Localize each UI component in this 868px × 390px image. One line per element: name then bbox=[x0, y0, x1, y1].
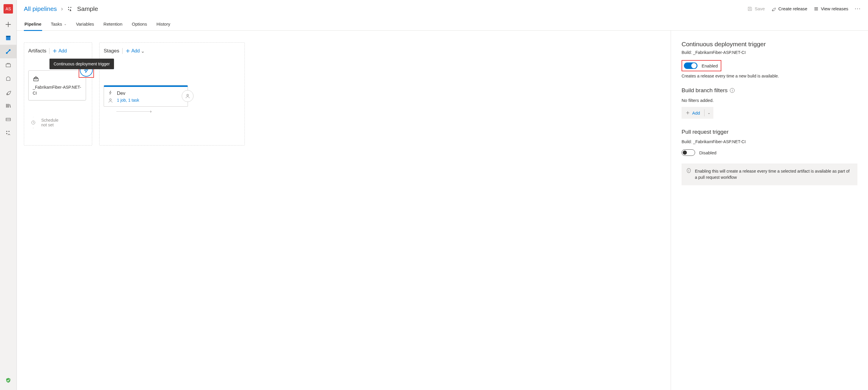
svg-point-10 bbox=[68, 9, 69, 10]
nav-security-shield-icon[interactable] bbox=[0, 373, 17, 387]
cd-trigger-heading: Continuous deployment trigger bbox=[682, 41, 858, 48]
cd-enabled-label: Enabled bbox=[702, 63, 718, 68]
list-icon bbox=[814, 6, 818, 11]
clock-icon bbox=[31, 120, 36, 125]
tab-pipeline[interactable]: Pipeline bbox=[24, 18, 42, 31]
nav-boards[interactable] bbox=[0, 31, 17, 45]
nav-repos[interactable] bbox=[0, 58, 17, 72]
breadcrumb-separator: › bbox=[61, 5, 63, 12]
svg-point-8 bbox=[68, 7, 69, 8]
svg-rect-2 bbox=[6, 53, 8, 54]
schedule-chip[interactable]: Schedule not set bbox=[28, 117, 88, 128]
info-icon[interactable]: i bbox=[730, 88, 735, 93]
page-header: All pipelines › Sample Save Create relea… bbox=[17, 0, 868, 18]
connector-line bbox=[116, 111, 152, 112]
view-releases-label: View releases bbox=[821, 6, 848, 11]
cd-enabled-toggle[interactable] bbox=[684, 62, 698, 69]
stage-card[interactable]: Dev 1 job, 1 task bbox=[104, 85, 188, 107]
lightning-small-icon bbox=[108, 90, 113, 95]
nav-rocket-icon[interactable] bbox=[0, 85, 17, 99]
artifact-card[interactable]: _FabrikamFiber-ASP.NET-CI bbox=[28, 70, 86, 100]
add-filter-main[interactable]: Add bbox=[682, 111, 704, 116]
svg-rect-11 bbox=[34, 78, 38, 81]
stage-name: Dev bbox=[117, 91, 139, 96]
artifact-name: _FabrikamFiber-ASP.NET-CI bbox=[33, 85, 82, 96]
plus-icon bbox=[686, 111, 690, 115]
tab-tasks[interactable]: Tasks⌄ bbox=[50, 18, 67, 31]
pipeline-canvas: Artifacts Add Continuous deployment trig… bbox=[17, 31, 671, 390]
schedule-hex-icon bbox=[28, 117, 38, 128]
more-actions-button[interactable]: ··· bbox=[855, 6, 861, 12]
svg-point-9 bbox=[70, 7, 71, 8]
left-nav-rail: AS bbox=[0, 0, 17, 390]
svg-point-14 bbox=[187, 94, 188, 96]
cd-trigger-tooltip: Continuous deployment trigger bbox=[50, 59, 114, 69]
add-artifact-label: Add bbox=[58, 48, 67, 54]
rocket-icon bbox=[771, 6, 776, 11]
breadcrumb: All pipelines › Sample bbox=[24, 5, 98, 12]
artifacts-title: Artifacts bbox=[28, 48, 46, 54]
create-release-button[interactable]: Create release bbox=[771, 6, 807, 11]
tab-variables[interactable]: Variables bbox=[75, 18, 95, 31]
chevron-down-icon: ⌄ bbox=[64, 22, 67, 26]
save-button[interactable]: Save bbox=[747, 6, 765, 11]
stages-section: Stages Add ⌄ bbox=[99, 42, 245, 146]
svg-point-13 bbox=[110, 99, 111, 100]
no-filters-text: No filters added. bbox=[682, 98, 858, 103]
release-definition-icon bbox=[67, 6, 73, 12]
artifacts-section: Artifacts Add Continuous deployment trig… bbox=[24, 42, 92, 146]
svg-point-7 bbox=[6, 133, 7, 134]
person-icon bbox=[185, 94, 190, 98]
tab-history[interactable]: History bbox=[156, 18, 171, 31]
predeploy-conditions[interactable] bbox=[108, 90, 113, 103]
add-artifact-button[interactable]: Add bbox=[53, 48, 67, 54]
add-filter-label: Add bbox=[692, 111, 700, 116]
schedule-text: Schedule not set bbox=[41, 118, 62, 127]
svg-rect-3 bbox=[6, 64, 10, 67]
avatar[interactable]: AS bbox=[3, 4, 13, 13]
enabled-highlight: Enabled bbox=[682, 60, 721, 71]
pr-build-label: Build: _FabrikamFiber-ASP.NET-CI bbox=[682, 139, 858, 144]
nav-add[interactable] bbox=[0, 18, 17, 31]
save-icon bbox=[747, 6, 752, 11]
nav-pipelines[interactable] bbox=[0, 45, 17, 58]
view-releases-button[interactable]: View releases bbox=[814, 6, 848, 11]
add-stage-button[interactable]: Add ⌄ bbox=[125, 48, 145, 54]
nav-taskgroups-icon[interactable] bbox=[0, 113, 17, 126]
pr-trigger-heading: Pull request trigger bbox=[682, 129, 858, 135]
nav-library-icon[interactable] bbox=[0, 99, 17, 113]
breadcrumb-root-link[interactable]: All pipelines bbox=[24, 5, 57, 12]
plus-icon bbox=[125, 49, 130, 53]
save-label: Save bbox=[754, 6, 765, 11]
nav-deploygroups-icon[interactable] bbox=[0, 126, 17, 140]
svg-rect-1 bbox=[6, 36, 10, 37]
tab-options[interactable]: Options bbox=[131, 18, 148, 31]
add-filter-splitbutton[interactable]: Add ⌄ bbox=[682, 107, 713, 119]
add-filter-dropdown[interactable]: ⌄ bbox=[705, 111, 713, 115]
postdeploy-conditions[interactable] bbox=[182, 90, 193, 102]
build-source-icon bbox=[33, 76, 82, 83]
svg-rect-0 bbox=[6, 36, 10, 40]
plus-icon bbox=[53, 49, 57, 53]
branch-filters-label: Build branch filters bbox=[682, 87, 727, 94]
info-icon: i bbox=[687, 168, 691, 173]
cd-description: Creates a release every time a new build… bbox=[682, 73, 858, 78]
tab-retention[interactable]: Retention bbox=[103, 18, 123, 31]
svg-point-5 bbox=[6, 131, 7, 132]
divider bbox=[49, 48, 50, 54]
divider bbox=[122, 48, 123, 54]
pr-info-bar: i Enabling this will create a release ev… bbox=[682, 163, 858, 185]
stages-title: Stages bbox=[104, 48, 119, 54]
person-icon bbox=[108, 98, 113, 103]
stage-jobs-link[interactable]: 1 job, 1 task bbox=[117, 98, 139, 102]
add-stage-label: Add bbox=[131, 48, 140, 54]
create-release-label: Create release bbox=[778, 6, 807, 11]
chevron-down-icon: ⌄ bbox=[141, 48, 145, 54]
tab-tasks-label: Tasks bbox=[51, 22, 62, 27]
pr-disabled-label: Disabled bbox=[699, 150, 716, 155]
pr-enabled-toggle[interactable] bbox=[682, 149, 695, 156]
page-title: Sample bbox=[77, 5, 98, 12]
tabs-bar: Pipeline Tasks⌄ Variables Retention Opti… bbox=[17, 18, 868, 31]
nav-artifacts[interactable] bbox=[0, 72, 17, 85]
pr-info-text: Enabling this will create a release ever… bbox=[695, 168, 852, 181]
